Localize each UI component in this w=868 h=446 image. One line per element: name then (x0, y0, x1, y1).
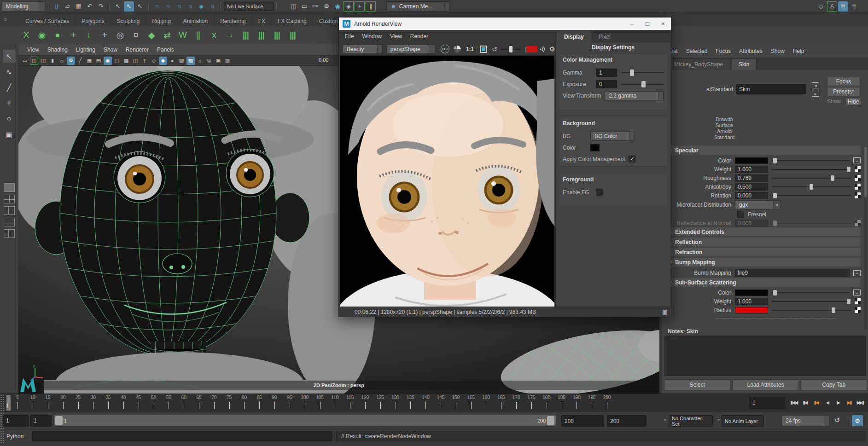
shelf-tab-rigging[interactable]: Rigging (146, 16, 177, 26)
character-set-field[interactable]: No Character Set (669, 415, 713, 427)
vp-resolution-gate-icon[interactable]: ◉ (104, 57, 112, 65)
select-hierarchy-icon[interactable]: ↖ (113, 1, 123, 12)
timeline-tick[interactable]: 55 (169, 395, 169, 411)
aov-selector[interactable]: Beauty (343, 45, 383, 54)
timeline-tick[interactable]: 120 (365, 395, 366, 411)
panel-grip[interactable] (0, 394, 4, 411)
render-settings-icon[interactable]: ⚙ (321, 1, 332, 12)
select-component-icon[interactable]: ↖ (135, 1, 145, 12)
shelf-bracket-icon[interactable]: ∥ (191, 27, 206, 43)
shelf-menu-icon[interactable]: ≡ (4, 16, 13, 23)
hypershade-icon[interactable]: ◉ (332, 1, 343, 12)
bump-mapping-section-header[interactable]: ▼Bump Mapping (666, 258, 861, 266)
live-surface-field[interactable]: No Live Surface (224, 2, 274, 11)
timeline-tick[interactable]: 105 (320, 395, 320, 411)
shelf-tab-fx[interactable]: FX (252, 16, 272, 26)
color-swatch[interactable] (735, 307, 768, 313)
user-account-menu[interactable]: ☻ Carmen Me... (386, 1, 450, 12)
gamma-slider-handle[interactable] (630, 70, 634, 76)
shelf-insert-icon[interactable]: ↓ (81, 27, 97, 43)
input-connection-icon[interactable]: ◂ (812, 82, 819, 88)
redo-icon[interactable]: ↷ (96, 1, 106, 12)
texture-checker-icon[interactable] (855, 220, 861, 226)
window-title-bar[interactable]: M Arnold RenderView –□× (339, 17, 671, 30)
shelf-arrow-box-icon[interactable]: → (222, 27, 238, 43)
open-scene-icon[interactable]: ▱ (63, 1, 73, 12)
vp-pencil-icon[interactable]: ╱ (76, 57, 84, 65)
focus-button[interactable]: Focus (827, 77, 860, 86)
renderview-settings-gear-icon[interactable]: ⚙ (549, 45, 555, 53)
timeline-tick[interactable]: 100 (305, 395, 305, 411)
shelf-add-grass-icon[interactable]: + (65, 27, 81, 43)
shelf-nurbs-blob-icon[interactable]: ● (50, 27, 65, 43)
timeline-ruler[interactable]: 1 51015202530354045505560657075808590951… (6, 395, 607, 411)
vp-lights-icon[interactable]: ▧ (177, 57, 186, 65)
select-object-icon[interactable]: ↖ (124, 1, 134, 12)
timeline-tick[interactable]: 90 (274, 395, 275, 411)
ae-menu-focus[interactable]: Focus (711, 46, 735, 56)
render-sequence-icon[interactable]: + (355, 1, 365, 12)
texture-map-icon[interactable]: → (853, 270, 861, 276)
maximize-button[interactable]: □ (640, 17, 655, 30)
exposure-field[interactable]: 0 (596, 80, 617, 88)
vp-ao-icon[interactable]: ☼ (196, 57, 204, 65)
slider-handle[interactable] (773, 193, 777, 198)
timeline-tick[interactable]: 5 (17, 395, 18, 411)
snap-view-plane-icon[interactable]: ◈ (196, 1, 206, 12)
shelf-curves-icon[interactable]: X (18, 27, 34, 43)
apply-cm-checkbox[interactable]: ✓ (629, 156, 635, 162)
timeline-tick[interactable]: 85 (259, 395, 260, 411)
snap-curve-icon[interactable]: ∩ (163, 1, 173, 12)
command-result-field[interactable]: // Result: createRenderNodeWindow (336, 431, 866, 441)
modeling-toolkit-icon[interactable]: ≣ (849, 1, 859, 12)
open-render-view-icon[interactable]: ◫ (288, 1, 298, 12)
vp-isolate-icon[interactable]: ▭ (21, 57, 29, 65)
shelf-sphere-eye-icon[interactable]: ◉ (34, 27, 50, 43)
shelf-tab-rendering[interactable]: Rendering (214, 16, 252, 26)
render-current-frame-icon[interactable]: ▭ (299, 1, 309, 12)
node-name-field[interactable]: Skin (736, 84, 806, 94)
specular-section-header[interactable]: ▼Specular (666, 146, 861, 155)
step-back-frame-icon[interactable]: ▮◀ (799, 396, 810, 409)
microfacet-selector[interactable]: ggx▾ (735, 200, 781, 209)
vp-xray-icon[interactable]: ▥ (223, 57, 232, 65)
ae-menu-attributes[interactable]: Attributes (735, 46, 767, 56)
fps-selector[interactable]: 24 fps (781, 415, 829, 426)
playback-loop-icon[interactable]: ↺ (834, 416, 840, 424)
shelf-stick-eye-icon[interactable]: ◎ (112, 27, 128, 43)
timeline-tick[interactable]: 25 (78, 395, 79, 411)
step-back-key-icon[interactable]: ▮◀ (810, 396, 821, 409)
vp-safe-action-icon[interactable]: ◫ (131, 57, 140, 65)
timeline-tick[interactable]: 20 (63, 395, 64, 411)
texture-map-icon[interactable]: → (853, 157, 861, 163)
renderview-menu-view[interactable]: View (386, 32, 406, 41)
stop-render-swatch[interactable] (526, 46, 537, 52)
enable-fg-checkbox[interactable] (596, 189, 603, 196)
vp-camera-lock-icon[interactable]: ◫ (30, 57, 38, 65)
timeline-tick[interactable]: 200 (607, 395, 607, 411)
vp-safe-title-icon[interactable]: T (140, 57, 149, 65)
exposure-slider[interactable] (622, 81, 664, 87)
timeline-tick[interactable]: 135 (410, 395, 411, 411)
fresnel-checkbox[interactable] (737, 211, 744, 218)
viewport-menu-lighting[interactable]: Lighting (72, 45, 99, 54)
attr-slider[interactable] (772, 307, 851, 313)
hide-button[interactable]: Hide (845, 97, 861, 106)
slider-handle[interactable] (773, 158, 777, 163)
character-controls-icon[interactable]: ♙ (827, 1, 837, 12)
slider-handle[interactable] (509, 46, 513, 52)
close-button[interactable]: × (655, 17, 671, 30)
vp-camera-attrs-icon[interactable]: ◫ (39, 57, 47, 65)
load-attributes-button[interactable]: Load Attributes (732, 379, 798, 390)
section-header-refraction[interactable]: ►Refraction (666, 248, 861, 256)
section-header-reflection[interactable]: ►Reflection (666, 237, 861, 246)
channel-box-icon[interactable]: ≣ (838, 1, 848, 12)
renderview-menu-file[interactable]: File (341, 32, 358, 41)
vp-image-plane-icon[interactable]: ☼ (58, 57, 66, 65)
snap-grid-icon[interactable]: ∩ (152, 1, 162, 12)
timeline-tick[interactable]: 40 (123, 395, 124, 411)
snap-make-live-icon[interactable]: ∩ (207, 1, 217, 12)
timeline-tick[interactable]: 60 (184, 395, 184, 411)
layout-four-pane-button[interactable] (4, 195, 15, 203)
section-header-extended-controls[interactable]: ►Extended Controls (666, 227, 861, 236)
